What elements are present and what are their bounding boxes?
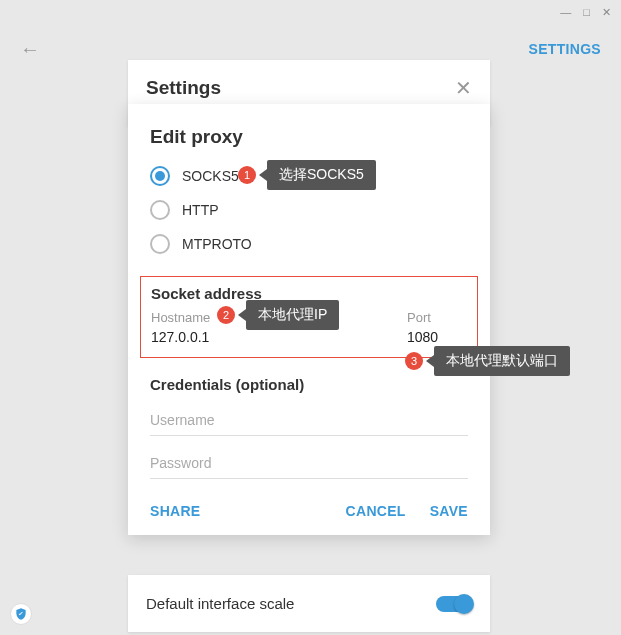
annotation-badge-3: 3	[405, 352, 423, 370]
radio-label: HTTP	[182, 202, 219, 218]
callout-text: 本地代理IP	[258, 306, 327, 322]
window-controls: — □ ✕	[550, 0, 621, 24]
close-window-icon[interactable]: ✕	[602, 6, 611, 18]
annotation-callout-1: 选择SOCKS5	[267, 160, 376, 190]
pointer-icon	[238, 309, 246, 321]
pointer-icon	[259, 169, 267, 181]
shield-icon[interactable]	[10, 603, 32, 625]
radio-label: SOCKS5	[182, 168, 239, 184]
field-label: Port	[407, 310, 467, 325]
radio-icon	[150, 166, 170, 186]
close-icon[interactable]: ✕	[455, 76, 472, 100]
hostname-value: 127.0.0.1	[151, 329, 387, 345]
cancel-button[interactable]: CANCEL	[346, 503, 406, 519]
scale-toggle[interactable]	[436, 596, 472, 612]
maximize-icon[interactable]: □	[583, 6, 590, 18]
share-button[interactable]: SHARE	[150, 503, 201, 519]
port-field[interactable]: Port 1080	[407, 310, 467, 345]
credentials-section: Credentials (optional) Username Password	[150, 376, 468, 479]
section-title: Credentials (optional)	[150, 376, 468, 393]
username-input[interactable]: Username	[150, 401, 468, 436]
password-input[interactable]: Password	[150, 444, 468, 479]
annotation-badge-2: 2	[217, 306, 235, 324]
radio-icon	[150, 200, 170, 220]
minimize-icon[interactable]: —	[560, 6, 571, 18]
placeholder: Username	[150, 412, 215, 428]
page-title: Settings	[146, 77, 221, 99]
annotation-callout-3: 本地代理默认端口	[434, 346, 570, 376]
radio-mtproto[interactable]: MTPROTO	[150, 234, 468, 254]
callout-text: 本地代理默认端口	[446, 352, 558, 368]
annotation-badge-1: 1	[238, 166, 256, 184]
placeholder: Password	[150, 455, 211, 471]
back-arrow-icon[interactable]: ←	[20, 38, 40, 61]
annotation-callout-2: 本地代理IP	[246, 300, 339, 330]
radio-label: MTPROTO	[182, 236, 252, 252]
pointer-icon	[426, 355, 434, 367]
callout-text: 选择SOCKS5	[279, 166, 364, 182]
radio-icon	[150, 234, 170, 254]
modal-footer: SHARE CANCEL SAVE	[150, 503, 468, 519]
interface-scale-row: Default interface scale	[128, 575, 490, 632]
radio-http[interactable]: HTTP	[150, 200, 468, 220]
modal-title: Edit proxy	[150, 126, 468, 148]
port-value: 1080	[407, 329, 467, 345]
scale-label: Default interface scale	[146, 595, 294, 612]
save-button[interactable]: SAVE	[430, 503, 468, 519]
settings-link[interactable]: SETTINGS	[529, 41, 601, 57]
